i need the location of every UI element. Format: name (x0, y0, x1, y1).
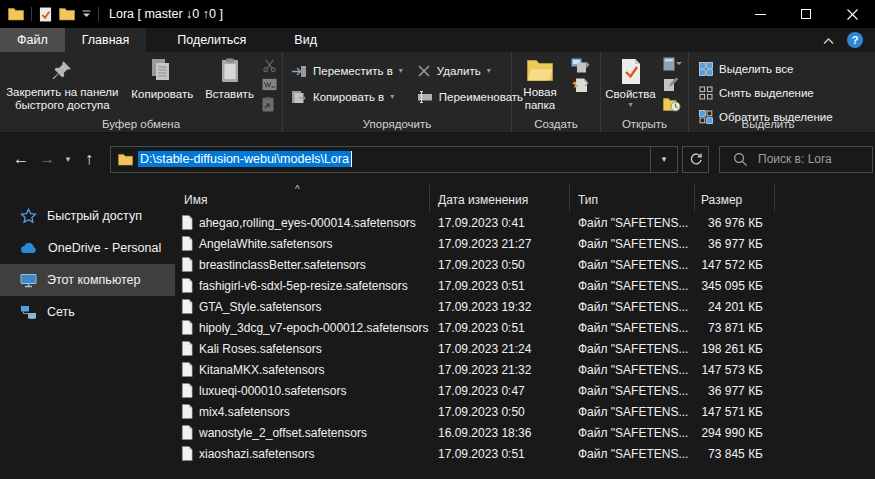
qat-new-folder-icon[interactable] (59, 7, 75, 21)
copy-path-icon[interactable] (262, 77, 277, 92)
file-icon (181, 446, 193, 461)
sidebar-item-onedrive[interactable]: OneDrive - Personal (0, 232, 175, 264)
sidebar-item-label: Сеть (47, 305, 75, 319)
sidebar-item-network[interactable]: Сеть (0, 296, 175, 328)
file-icon (181, 320, 193, 335)
table-row[interactable]: breastinclassBetter.safetensors17.09.202… (175, 254, 875, 275)
group-label-select: Выделить (689, 118, 847, 130)
separator (31, 7, 32, 21)
properties-button[interactable]: Свойства ▾ (601, 52, 660, 112)
file-type: Файл "SAFETENS... (570, 426, 695, 440)
address-path[interactable]: D:\stable-diffusion-webui\models\Lora (138, 151, 352, 167)
deselect-icon (699, 86, 713, 100)
file-date: 17.09.2023 0:47 (430, 384, 570, 398)
new-item-icon[interactable] (571, 77, 593, 93)
help-icon[interactable]: ? (847, 32, 863, 48)
forward-button[interactable]: → (34, 146, 60, 172)
select-all-label: Выделить все (719, 63, 793, 75)
delete-icon (417, 64, 431, 78)
pin-icon (51, 55, 73, 85)
column-header-size[interactable]: Размер (695, 185, 775, 212)
maximize-button[interactable] (783, 0, 829, 28)
table-row[interactable]: mix4.safetensors17.09.2023 0:50Файл "SAF… (175, 401, 875, 422)
table-row[interactable]: xiaoshazi.safetensors17.09.2023 0:51Файл… (175, 443, 875, 464)
paste-shortcut-icon[interactable] (262, 97, 277, 112)
recent-locations-icon[interactable]: ▾ (60, 146, 76, 172)
table-row[interactable]: GTA_Style.safetensors17.09.2023 19:32Фай… (175, 296, 875, 317)
table-row[interactable]: hipoly_3dcg_v7-epoch-000012.safetensors1… (175, 317, 875, 338)
file-size: 73 871 КБ (695, 321, 775, 335)
file-date: 17.09.2023 21:24 (430, 342, 570, 356)
deselect-button[interactable]: Снять выделение (699, 82, 839, 104)
tab-file[interactable]: Файл (0, 28, 65, 52)
move-to-label: Переместить в (313, 65, 393, 77)
close-button[interactable] (829, 0, 875, 28)
back-button[interactable]: ← (8, 146, 34, 172)
select-all-button[interactable]: Выделить все (699, 58, 839, 80)
file-icon (181, 236, 193, 251)
qat-customize-icon[interactable] (82, 10, 91, 18)
file-type: Файл "SAFETENS... (570, 384, 695, 398)
tab-home[interactable]: Главная (65, 28, 147, 52)
cut-icon[interactable] (262, 58, 277, 73)
new-folder-button[interactable]: Новая папка (512, 52, 568, 112)
tab-view[interactable]: Вид (277, 28, 334, 52)
table-row[interactable]: wanostyle_2_offset.safetensors16.09.2023… (175, 422, 875, 443)
address-bar[interactable]: D:\stable-diffusion-webui\models\Lora ▾ (110, 146, 678, 173)
file-type: Файл "SAFETENS... (570, 363, 695, 377)
rename-label: Переименовать (439, 91, 523, 103)
file-name: ahegao,rolling_eyes-000014.safetensors (199, 216, 416, 230)
tab-share[interactable]: Поделиться (160, 28, 263, 52)
move-to-button[interactable]: Переместить в ▾ (291, 60, 403, 82)
main-area: Быстрый доступ OneDrive - Personal Этот … (0, 185, 875, 479)
sidebar-item-label: OneDrive - Personal (48, 241, 161, 255)
table-row[interactable]: luxueqi-000010.safetensors17.09.2023 0:4… (175, 380, 875, 401)
search-input[interactable]: Поиск в: Lora (719, 146, 873, 173)
column-header-name[interactable]: Имя (175, 185, 430, 212)
refresh-button[interactable] (682, 146, 709, 173)
chevron-down-icon: ▾ (399, 67, 403, 75)
paste-button[interactable]: Вставить (200, 52, 259, 112)
copy-button[interactable]: Копировать (125, 52, 200, 112)
network-icon (20, 305, 37, 320)
table-row[interactable]: AngelaWhite.safetensors17.09.2023 21:27Ф… (175, 233, 875, 254)
table-row[interactable]: ahegao,rolling_eyes-000014.safetensors17… (175, 212, 875, 233)
file-name: fashigirl-v6-sdxl-5ep-resize.safetensors (199, 279, 408, 293)
sidebar-item-quick-access[interactable]: Быстрый доступ (0, 200, 175, 232)
file-type: Файл "SAFETENS... (570, 321, 695, 335)
address-dropdown-icon[interactable]: ▾ (650, 147, 677, 172)
history-icon[interactable] (663, 96, 683, 112)
table-row[interactable]: KitanaMKX.safetensors17.09.2023 21:32Фай… (175, 359, 875, 380)
delete-button[interactable]: Удалить ▾ (417, 60, 523, 82)
file-date: 17.09.2023 19:32 (430, 300, 570, 314)
open-with-icon[interactable] (663, 56, 683, 72)
table-row[interactable]: fashigirl-v6-sdxl-5ep-resize.safetensors… (175, 275, 875, 296)
column-header-date[interactable]: Дата изменения (430, 185, 570, 212)
quick-access-toolbar (8, 7, 99, 22)
column-header-type[interactable]: Тип (570, 185, 695, 212)
pin-to-quick-access-button[interactable]: Закрепить на панели быстрого доступа (0, 52, 125, 112)
edit-icon[interactable] (663, 76, 683, 92)
file-date: 16.09.2023 18:36 (430, 426, 570, 440)
paste-label: Вставить (205, 88, 254, 101)
copy-to-button[interactable]: Копировать в ▾ (291, 86, 403, 108)
collapse-ribbon-icon[interactable] (822, 36, 835, 45)
file-size: 198 261 КБ (695, 342, 775, 356)
easy-access-icon[interactable] (571, 57, 593, 73)
file-date: 17.09.2023 0:51 (430, 321, 570, 335)
up-button[interactable]: ↑ (76, 146, 102, 172)
sidebar-item-this-pc[interactable]: Этот компьютер (0, 264, 175, 296)
rename-button[interactable]: Переименовать (417, 86, 523, 108)
table-row[interactable]: Kali Roses.safetensors17.09.2023 21:24Фа… (175, 338, 875, 359)
quick-access-star-icon (20, 208, 37, 224)
navigation-bar: ← → ▾ ↑ D:\stable-diffusion-webui\models… (0, 133, 875, 185)
file-icon (181, 383, 193, 398)
copy-icon (150, 55, 174, 87)
file-name: mix4.safetensors (199, 405, 290, 419)
minimize-button[interactable] (737, 0, 783, 28)
file-date: 17.09.2023 0:41 (430, 216, 570, 230)
search-placeholder: Поиск в: Lora (758, 152, 832, 166)
file-size: 36 976 КБ (695, 216, 775, 230)
qat-properties-icon[interactable] (39, 7, 52, 22)
file-type: Файл "SAFETENS... (570, 258, 695, 272)
